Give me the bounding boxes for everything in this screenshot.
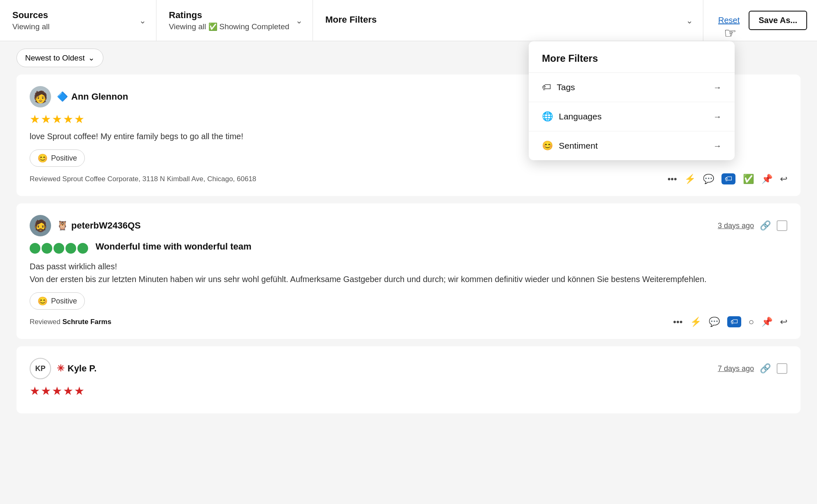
more-filters-section[interactable]: More Filters ⌄ bbox=[313, 0, 703, 41]
action-icons: ••• ⚡ 💬 🏷 ○ 📌 ↩ bbox=[673, 316, 787, 327]
reset-button[interactable]: Reset bbox=[713, 12, 745, 28]
star-icon: ★ bbox=[41, 112, 51, 126]
avatar: 🧑 bbox=[30, 86, 51, 107]
share-icon[interactable]: ↩ bbox=[780, 317, 787, 327]
star-icon: ★ bbox=[74, 384, 84, 398]
sentiment-smile-icon: 😊 bbox=[37, 153, 48, 163]
sort-chevron-icon: ⌄ bbox=[88, 53, 95, 63]
review-meta-right: 7 days ago 🔗 bbox=[718, 363, 787, 374]
star-icon: ★ bbox=[30, 384, 40, 398]
languages-icon: 🌐 bbox=[542, 111, 553, 122]
sentiment-icon: 😊 bbox=[542, 140, 553, 151]
pin-icon[interactable]: 📌 bbox=[761, 317, 773, 327]
ta-circle bbox=[65, 243, 76, 254]
avatar: 🧔 bbox=[30, 215, 51, 236]
ta-circle bbox=[42, 243, 52, 254]
review-footer: Reviewed Schrute Farms ••• ⚡ 💬 🏷 ○ 📌 ↩ bbox=[30, 316, 787, 327]
review-user: KP ✳ Kyle P. bbox=[30, 358, 97, 379]
tripadvisor-badge-icon: 🦉 bbox=[57, 220, 68, 231]
star-icon: ★ bbox=[41, 384, 51, 398]
review-time[interactable]: 7 days ago bbox=[718, 364, 754, 373]
ratings-chevron-icon: ⌄ bbox=[296, 16, 303, 26]
sentiment-filter-option[interactable]: 😊 Sentiment → bbox=[529, 131, 735, 160]
user-name: 🔷 Ann Glennon bbox=[57, 91, 128, 102]
save-as-button[interactable]: Save As... bbox=[749, 11, 807, 30]
sources-label: Sources bbox=[12, 10, 144, 21]
completed-icon: ✅ bbox=[208, 22, 217, 31]
more-filters-chevron-icon: ⌄ bbox=[686, 16, 693, 26]
top-actions: Reset Save As... bbox=[703, 0, 817, 41]
more-options-icon[interactable]: ••• bbox=[668, 174, 677, 184]
stars-row: ★ ★ ★ ★ ★ bbox=[30, 384, 787, 398]
languages-arrow-icon: → bbox=[713, 112, 721, 121]
sentiment-label: Sentiment bbox=[559, 141, 598, 151]
ratings-sub: Viewing all ✅ Showing Completed bbox=[169, 22, 300, 31]
user-name: ✳ Kyle P. bbox=[57, 363, 97, 374]
ta-circle bbox=[54, 243, 64, 254]
star-icon: ★ bbox=[63, 384, 73, 398]
review-checkbox[interactable] bbox=[777, 363, 787, 374]
more-options-icon[interactable]: ••• bbox=[673, 317, 683, 327]
sentiment-badge: 😊 Positive bbox=[30, 149, 85, 167]
review-user: 🧔 🦉 peterbW2436QS bbox=[30, 215, 141, 236]
review-location: Reviewed Schrute Farms bbox=[30, 318, 111, 326]
tags-label: Tags bbox=[557, 82, 575, 92]
boost-icon[interactable]: ⚡ bbox=[684, 174, 696, 184]
sort-dropdown[interactable]: Newest to Oldest ⌄ bbox=[16, 49, 103, 67]
star-icon: ★ bbox=[52, 112, 62, 126]
review-footer: Reviewed Sprout Coffee Corporate, 3118 N… bbox=[30, 173, 787, 184]
sentiment-badge: 😊 Positive bbox=[30, 292, 85, 310]
review-location: Reviewed Sprout Coffee Corporate, 3118 N… bbox=[30, 175, 256, 183]
review-title: Wonderful time with wonderful team bbox=[96, 241, 252, 252]
tag-icon[interactable]: 🏷 bbox=[721, 173, 735, 184]
tags-filter-option[interactable]: 🏷 Tags → bbox=[529, 73, 735, 102]
boost-icon[interactable]: ⚡ bbox=[690, 317, 701, 327]
sources-chevron-icon: ⌄ bbox=[139, 16, 146, 26]
languages-label: Languages bbox=[559, 112, 602, 121]
review-header: 🧔 🦉 peterbW2436QS 3 days ago 🔗 bbox=[30, 215, 787, 236]
link-icon[interactable]: 🔗 bbox=[760, 363, 771, 374]
ta-circle bbox=[30, 243, 40, 254]
star-icon: ★ bbox=[30, 112, 40, 126]
languages-filter-option[interactable]: 🌐 Languages → bbox=[529, 102, 735, 131]
share-icon[interactable]: ↩ bbox=[780, 174, 787, 184]
star-icon: ★ bbox=[52, 384, 62, 398]
reply-icon[interactable]: 💬 bbox=[709, 317, 720, 327]
reply-icon[interactable]: 💬 bbox=[703, 174, 714, 184]
sources-sub: Viewing all bbox=[12, 22, 144, 31]
review-time[interactable]: 3 days ago bbox=[718, 222, 754, 230]
review-card: 🧔 🦉 peterbW2436QS 3 days ago 🔗 bbox=[16, 203, 801, 339]
dropdown-panel-title: More Filters bbox=[529, 41, 735, 73]
sentiment-arrow-icon: → bbox=[713, 141, 721, 151]
ta-circles-row: Wonderful time with wonderful team bbox=[30, 241, 787, 255]
pin-icon[interactable]: 📌 bbox=[761, 174, 773, 184]
avatar-initials: KP bbox=[35, 364, 45, 373]
filter-bar: Sources Viewing all ⌄ Ratings Viewing al… bbox=[0, 0, 817, 41]
review-card: KP ✳ Kyle P. 7 days ago 🔗 ★ ★ ★ ★ ★ bbox=[16, 346, 801, 413]
avatar: KP bbox=[30, 358, 51, 379]
tags-arrow-icon: → bbox=[713, 83, 721, 92]
ta-circles bbox=[30, 243, 88, 254]
complete-icon[interactable]: ✅ bbox=[743, 174, 754, 184]
ratings-filter[interactable]: Ratings Viewing all ✅ Showing Completed … bbox=[156, 0, 313, 41]
review-text: Das passt wirklich alles! Von der ersten… bbox=[30, 260, 787, 286]
link-icon[interactable]: 🔗 bbox=[760, 220, 771, 231]
sentiment-smile-icon: 😊 bbox=[37, 296, 48, 306]
more-filters-dropdown: More Filters 🏷 Tags → 🌐 Languages → 😊 Se… bbox=[529, 41, 735, 160]
ta-circle bbox=[77, 243, 88, 254]
tags-icon: 🏷 bbox=[542, 82, 551, 93]
platform-badge-icon: 🔷 bbox=[57, 91, 68, 102]
tag-icon[interactable]: 🏷 bbox=[727, 316, 741, 327]
user-name: 🦉 peterbW2436QS bbox=[57, 220, 141, 231]
ratings-label: Ratings bbox=[169, 10, 300, 21]
complete-icon[interactable]: ○ bbox=[749, 317, 754, 327]
star-icon: ★ bbox=[74, 112, 84, 126]
yelp-badge-icon: ✳ bbox=[57, 363, 64, 374]
action-icons: ••• ⚡ 💬 🏷 ✅ 📌 ↩ bbox=[668, 173, 787, 184]
star-icon: ★ bbox=[63, 112, 73, 126]
sources-filter[interactable]: Sources Viewing all ⌄ bbox=[0, 0, 156, 41]
review-checkbox[interactable] bbox=[777, 220, 787, 231]
review-header: KP ✳ Kyle P. 7 days ago 🔗 bbox=[30, 358, 787, 379]
review-user: 🧑 🔷 Ann Glennon bbox=[30, 86, 128, 107]
review-meta-right: 3 days ago 🔗 bbox=[718, 220, 787, 231]
